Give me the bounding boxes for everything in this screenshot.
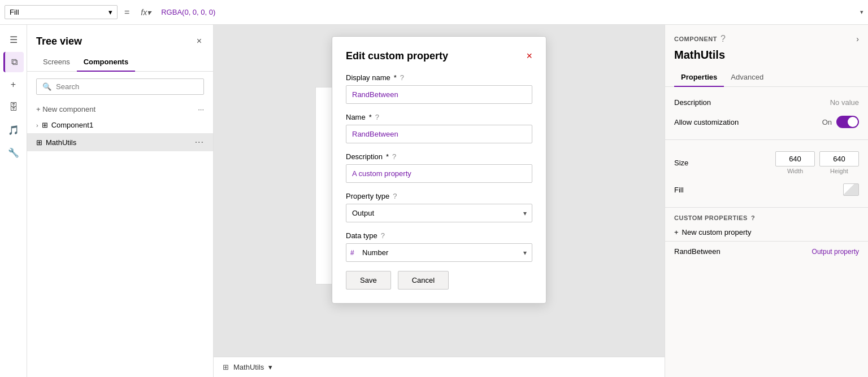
tree-item-mathutils[interactable]: ⊞ MathUtils ··· xyxy=(27,133,213,151)
right-panel: COMPONENT ? › MathUtils Properties Advan… xyxy=(665,25,868,377)
prop-item-name: RandBetween xyxy=(674,247,721,256)
number-icon: # xyxy=(350,249,354,257)
height-input[interactable] xyxy=(819,151,859,166)
add-icon-btn[interactable]: + xyxy=(3,74,24,95)
property-type-label: Property type ? xyxy=(346,192,532,200)
search-icon: 🔍 xyxy=(42,82,51,91)
right-panel-title: MathUtils xyxy=(665,46,868,68)
search-input[interactable] xyxy=(56,82,198,91)
fill-select-chevron: ▾ xyxy=(108,8,112,16)
size-row: Size Width Height xyxy=(674,147,859,179)
right-header-left: COMPONENT ? xyxy=(674,34,726,44)
fill-select[interactable]: Fill ▾ xyxy=(5,5,118,19)
allow-customization-label: Allow customization xyxy=(674,118,739,126)
prop-item-type: Output property xyxy=(812,248,859,256)
tree-title: Tree view xyxy=(36,36,82,47)
media-icon-btn[interactable]: 🎵 xyxy=(3,120,24,140)
hamburger-icon-btn[interactable]: ☰ xyxy=(3,29,24,50)
description-row-value[interactable]: No value xyxy=(830,98,859,107)
allow-customization-toggle-wrapper: On xyxy=(822,116,859,128)
width-input-group: Width xyxy=(775,151,815,174)
tree-tabs: Screens Components xyxy=(27,53,213,72)
tree-item-mathutils-left: ⊞ MathUtils xyxy=(36,138,76,147)
tree-item-component1-left: › ⊞ Component1 xyxy=(36,121,93,129)
new-component-more-dots[interactable]: ··· xyxy=(198,105,204,113)
name-help[interactable]: ? xyxy=(375,113,379,121)
canvas-bottom-chevron[interactable]: ▾ xyxy=(268,363,272,371)
allow-customization-toggle[interactable] xyxy=(836,116,859,128)
search-box: 🔍 xyxy=(36,78,204,95)
new-prop-label: New custom property xyxy=(682,228,752,236)
toggle-knob xyxy=(848,117,858,127)
new-component-label: + New component xyxy=(36,105,96,113)
dialog-close-button[interactable]: × xyxy=(526,50,532,62)
height-label: Height xyxy=(830,168,848,174)
name-required: * xyxy=(369,113,372,121)
data-type-select[interactable]: Number Text Boolean xyxy=(346,243,532,262)
property-type-select[interactable]: Output Input Event xyxy=(346,204,532,222)
canvas-bottom-label: MathUtils xyxy=(233,363,264,371)
hamburger-icon: ☰ xyxy=(10,34,18,45)
save-button[interactable]: Save xyxy=(346,271,391,290)
description-required: * xyxy=(386,152,389,161)
formula-input[interactable] xyxy=(159,6,857,19)
size-section: Size Width Height Fill xyxy=(665,140,868,208)
custom-properties-label: CUSTOM PROPERTIES xyxy=(674,214,748,221)
edit-custom-property-dialog: Edit custom property × Display name * ? … xyxy=(332,36,546,304)
canvas-bottom-icon: ⊞ xyxy=(223,363,229,371)
cancel-button[interactable]: Cancel xyxy=(398,271,449,290)
mathutils-more-dots[interactable]: ··· xyxy=(195,137,204,147)
size-inputs: Width Height xyxy=(775,151,859,174)
fx-button[interactable]: fx ▾ xyxy=(136,8,155,17)
formula-bar-chevron[interactable]: ▾ xyxy=(860,8,863,16)
tab-screens[interactable]: Screens xyxy=(36,53,77,72)
component1-chevron: › xyxy=(36,122,38,129)
display-name-input[interactable] xyxy=(346,85,532,104)
tab-advanced[interactable]: Advanced xyxy=(724,68,770,87)
property-type-select-wrapper: Output Input Event ▾ xyxy=(346,204,532,222)
name-label: Name * ? xyxy=(346,113,532,121)
property-type-help[interactable]: ? xyxy=(393,192,397,200)
custom-properties-header: CUSTOM PROPERTIES ? xyxy=(665,208,868,223)
tree-item-component1[interactable]: › ⊞ Component1 xyxy=(27,117,213,133)
fill-select-label: Fill xyxy=(10,8,19,16)
name-input[interactable] xyxy=(346,125,532,143)
description-help[interactable]: ? xyxy=(392,152,396,161)
description-section: Description No value Allow customization… xyxy=(665,87,868,140)
tree-close-button[interactable]: × xyxy=(194,34,204,49)
mathutils-label: MathUtils xyxy=(46,138,76,147)
data-type-select-wrapper: Number Text Boolean ▾ # xyxy=(346,243,532,262)
tools-icon-btn[interactable]: 🔧 xyxy=(3,142,24,163)
custom-properties-help[interactable]: ? xyxy=(751,214,755,221)
component1-icon: ⊞ xyxy=(42,121,48,129)
add-icon: + xyxy=(11,80,16,90)
tools-icon: 🔧 xyxy=(8,147,19,158)
canvas-bottom-bar: ⊞ MathUtils ▾ xyxy=(214,357,665,377)
component-help-icon[interactable]: ? xyxy=(721,34,726,44)
tree-header: Tree view × xyxy=(27,25,213,53)
fill-swatch[interactable] xyxy=(843,183,859,196)
new-component-button[interactable]: + New component ··· xyxy=(27,102,213,117)
dialog-title: Edit custom property xyxy=(346,50,448,62)
description-label: Description * ? xyxy=(346,152,532,161)
tree-panel: Tree view × Screens Components 🔍 + New c… xyxy=(27,25,214,377)
layers-icon-btn[interactable]: ⧉ xyxy=(3,52,24,72)
new-custom-property-button[interactable]: + New custom property xyxy=(665,223,868,241)
display-name-required: * xyxy=(394,73,397,82)
icon-sidebar: ☰ ⧉ + 🗄 🎵 🔧 xyxy=(0,25,27,377)
display-name-help[interactable]: ? xyxy=(400,73,404,82)
tree-items: › ⊞ Component1 ⊞ MathUtils ··· xyxy=(27,117,213,377)
tab-components[interactable]: Components xyxy=(77,53,135,72)
tab-properties[interactable]: Properties xyxy=(674,68,724,87)
prop-item-randbetween[interactable]: RandBetween Output property xyxy=(665,241,868,261)
width-input[interactable] xyxy=(775,151,815,166)
dialog-header: Edit custom property × xyxy=(346,50,532,62)
fx-chevron: ▾ xyxy=(147,8,151,17)
data-type-help[interactable]: ? xyxy=(381,231,385,240)
formula-bar: Fill ▾ = fx ▾ ▾ xyxy=(0,0,868,25)
data-icon-btn[interactable]: 🗄 xyxy=(3,97,24,117)
description-input[interactable] xyxy=(346,164,532,183)
mathutils-icon: ⊞ xyxy=(36,138,42,147)
right-panel-chevron[interactable]: › xyxy=(856,34,859,43)
media-icon: 🎵 xyxy=(8,125,19,135)
